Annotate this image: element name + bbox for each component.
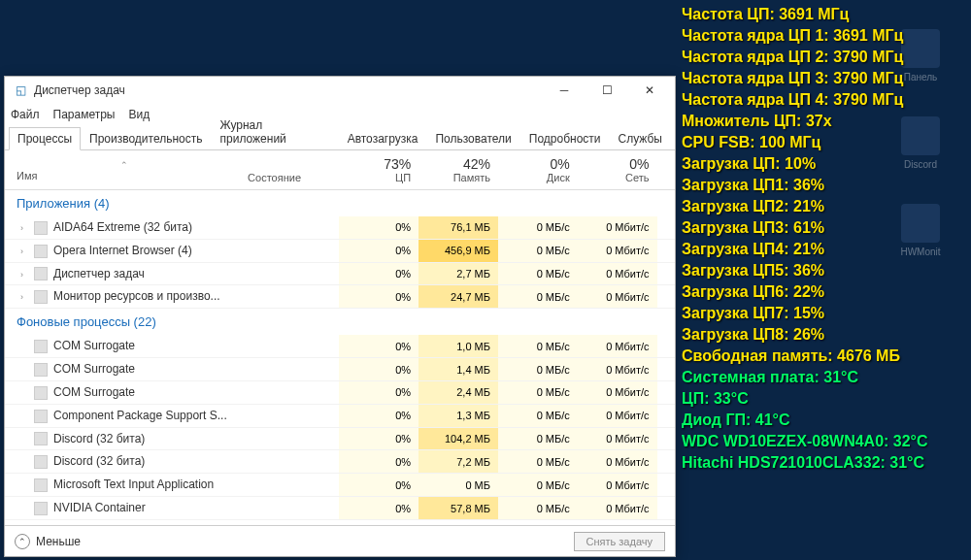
process-net: 0 Мбит/с — [578, 450, 657, 474]
sensor-line: Загрузка ЦП3: 61% — [682, 217, 963, 239]
table-row[interactable]: ›Opera Internet Browser (4)0%456,9 МБ0 М… — [5, 239, 675, 262]
process-list: ⌃ Имя Состояние 73% ЦП 42% Память — [5, 150, 675, 525]
process-cpu: 0% — [339, 404, 419, 427]
table-row[interactable]: Discord (32 бита)0%104,2 МБ0 МБ/с0 Мбит/… — [5, 427, 675, 450]
sensor-line: Hitachi HDS721010CLA332: 31°C — [682, 452, 963, 474]
minimize-button[interactable]: ─ — [543, 77, 586, 104]
sensor-line: Системная плата: 31°C — [682, 367, 963, 388]
sensor-line: Загрузка ЦП6: 22% — [682, 281, 963, 303]
process-mem: 0 МБ — [419, 474, 498, 497]
col-state-label: Состояние — [248, 172, 301, 183]
process-mem: 76,1 МБ — [419, 216, 498, 239]
col-cpu[interactable]: 73% ЦП — [339, 150, 419, 190]
sensor-line: Частота ядра ЦП 3: 3790 МГц — [682, 68, 963, 89]
group-row[interactable]: Приложения (4) — [5, 190, 675, 217]
tab-app-history[interactable]: Журнал приложений — [212, 114, 339, 149]
process-disk: 0 МБ/с — [498, 450, 578, 474]
process-mem: 1,0 МБ — [419, 335, 498, 357]
table-row[interactable]: ›Монитор ресурсов и произво...0%24,7 МБ0… — [5, 285, 675, 309]
tab-processes[interactable]: Процессы — [9, 127, 81, 150]
table-row[interactable]: COM Surrogate0%1,0 МБ0 МБ/с0 Мбит/с — [5, 335, 675, 357]
col-net-label: Сеть — [586, 172, 650, 183]
sensor-line: Диод ГП: 41°C — [682, 410, 963, 431]
process-mem: 2,7 МБ — [419, 262, 498, 285]
sensor-line: Загрузка ЦП: 10% — [682, 153, 963, 175]
cpu-total: 73% — [347, 156, 411, 172]
process-state — [240, 239, 339, 262]
tab-users[interactable]: Пользователи — [426, 127, 519, 149]
table-row[interactable]: Component Package Support S...0%1,3 МБ0 … — [5, 404, 675, 427]
process-name: ›AIDA64 Extreme (32 бита) — [5, 216, 240, 239]
process-cpu: 0% — [339, 335, 419, 357]
table-row[interactable]: COM Surrogate0%1,4 МБ0 МБ/с0 Мбит/с — [5, 358, 675, 381]
process-net: 0 Мбит/с — [578, 262, 657, 285]
expander-icon[interactable]: › — [20, 270, 32, 280]
mem-total: 42% — [426, 156, 490, 172]
menu-options[interactable]: Параметры — [53, 108, 116, 121]
fewer-button[interactable]: ⌃ Меньше — [15, 534, 81, 549]
sensor-line: ЦП: 33°C — [682, 388, 963, 410]
expander-icon[interactable]: › — [20, 292, 32, 302]
process-cpu: 0% — [339, 474, 419, 497]
end-task-button[interactable]: Снять задачу — [574, 532, 666, 551]
col-name[interactable]: ⌃ Имя — [5, 150, 240, 190]
menu-view[interactable]: Вид — [128, 108, 150, 121]
process-cpu: 0% — [339, 380, 419, 404]
maximize-button[interactable]: ☐ — [586, 77, 628, 104]
table-row[interactable]: ›AIDA64 Extreme (32 бита)0%76,1 МБ0 МБ/с… — [5, 216, 675, 239]
process-net: 0 Мбит/с — [578, 216, 657, 239]
process-net: 0 Мбит/с — [578, 404, 657, 427]
process-state — [240, 404, 339, 427]
process-disk: 0 МБ/с — [498, 358, 578, 381]
process-net: 0 Мбит/с — [578, 497, 657, 520]
disk-total: 0% — [506, 156, 570, 172]
expander-icon[interactable]: › — [20, 223, 32, 233]
table-row[interactable]: ›Диспетчер задач0%2,7 МБ0 МБ/с0 Мбит/с — [5, 262, 675, 285]
process-mem: 7,2 МБ — [419, 450, 498, 474]
table-row[interactable]: COM Surrogate0%2,4 МБ0 МБ/с0 Мбит/с — [5, 380, 675, 404]
process-icon — [34, 410, 48, 423]
process-cpu: 0% — [339, 262, 419, 285]
process-disk: 0 МБ/с — [498, 404, 578, 427]
process-name: COM Surrogate — [5, 358, 240, 381]
group-row[interactable]: Фоновые процессы (22) — [5, 309, 675, 336]
task-manager-icon: ◱ — [13, 82, 28, 98]
col-memory[interactable]: 42% Память — [419, 150, 498, 190]
tabs: Процессы Производительность Журнал прило… — [5, 125, 675, 150]
col-network[interactable]: 0% Сеть — [578, 150, 657, 190]
tab-startup[interactable]: Автозагрузка — [339, 127, 427, 149]
table-row[interactable]: Microsoft Text Input Application0%0 МБ0 … — [5, 474, 675, 497]
process-disk: 0 МБ/с — [498, 380, 578, 404]
process-net: 0 Мбит/с — [578, 239, 657, 262]
col-name-label: Имя — [17, 170, 37, 181]
table-row[interactable]: Discord (32 бита)0%7,2 МБ0 МБ/с0 Мбит/с — [5, 450, 675, 474]
menu-file[interactable]: Файл — [11, 108, 40, 121]
process-icon — [34, 386, 48, 400]
process-state — [240, 262, 339, 285]
sensor-line: Загрузка ЦП1: 36% — [682, 175, 963, 196]
process-name: Discord (32 бита) — [5, 450, 240, 474]
process-icon — [34, 455, 48, 469]
table-row[interactable]: NVIDIA Container0%57,8 МБ0 МБ/с0 Мбит/с — [5, 497, 675, 520]
process-state — [240, 380, 339, 404]
tab-services[interactable]: Службы — [610, 127, 671, 149]
process-disk: 0 МБ/с — [498, 497, 578, 520]
process-state — [240, 285, 339, 309]
process-icon — [34, 363, 48, 377]
process-net: 0 Мбит/с — [578, 335, 657, 357]
titlebar[interactable]: ◱ Диспетчер задач ─ ☐ ✕ — [5, 77, 675, 104]
process-state — [240, 216, 339, 239]
col-state[interactable]: Состояние — [240, 150, 339, 190]
process-cpu: 0% — [339, 497, 419, 520]
close-button[interactable]: ✕ — [628, 77, 671, 104]
sensor-overlay: Частота ЦП: 3691 МГцЧастота ядра ЦП 1: 3… — [682, 4, 963, 474]
process-icon — [34, 245, 48, 258]
process-net: 0 Мбит/с — [578, 358, 657, 381]
process-icon — [34, 267, 48, 280]
process-mem: 1,3 МБ — [419, 404, 498, 427]
expander-icon[interactable]: › — [20, 247, 32, 256]
col-disk[interactable]: 0% Диск — [498, 150, 578, 190]
tab-performance[interactable]: Производительность — [81, 127, 211, 149]
tab-details[interactable]: Подробности — [520, 127, 610, 149]
process-mem: 1,4 МБ — [419, 358, 498, 381]
